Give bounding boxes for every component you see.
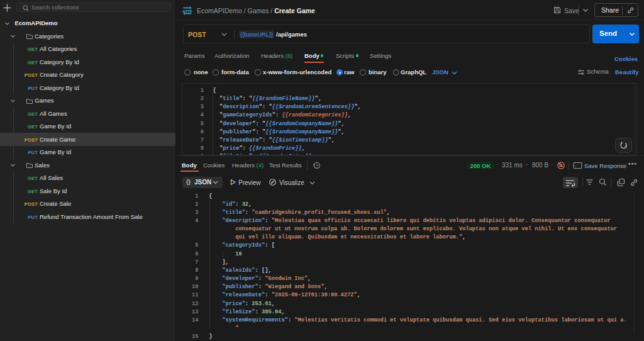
svg-text:↓·: ↓· [575, 164, 578, 167]
svg-text:HTTP: HTTP [183, 9, 192, 13]
